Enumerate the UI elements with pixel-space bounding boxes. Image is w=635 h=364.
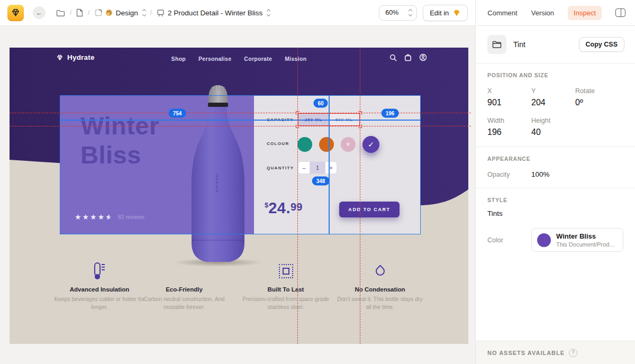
- inspector-panel: Tint Copy CSS POSITION AND SIZE X 901 Y …: [475, 26, 635, 364]
- y-value: 204: [531, 98, 575, 107]
- square-icon: [279, 264, 293, 278]
- section-title: STYLE: [487, 197, 623, 203]
- width-value: 196: [487, 128, 531, 137]
- nav-link-shop[interactable]: Shop: [171, 56, 186, 62]
- folder-icon[interactable]: [56, 10, 65, 16]
- zoom-value: 60%: [385, 9, 398, 16]
- document-toolbar: ← / /: [0, 0, 475, 26]
- guide-line-vertical[interactable]: [360, 48, 360, 344]
- feature-title: Built To Last: [235, 286, 336, 293]
- nav-link-personalise[interactable]: Personalise: [198, 56, 231, 62]
- breadcrumb: / / Design /: [56, 8, 270, 17]
- site-nav-icons: [389, 53, 427, 61]
- guide-line-vertical[interactable]: [297, 48, 298, 344]
- measurement-badge-gap: 60: [313, 99, 328, 108]
- search-icon[interactable]: [389, 54, 397, 61]
- x-label: X: [487, 87, 531, 95]
- panel-tabs: Comment Version Inspect: [475, 0, 635, 26]
- y-label: Y: [531, 87, 575, 95]
- style-section: STYLE Tints Color Winter Bliss This Docu…: [476, 188, 635, 261]
- breadcrumb-separator: /: [150, 9, 152, 16]
- color-label: Color: [487, 236, 531, 244]
- sketch-diamond-icon: [452, 10, 461, 16]
- cart-bag-icon[interactable]: [404, 53, 412, 61]
- copy-css-button[interactable]: Copy CSS: [579, 37, 624, 52]
- thermometer-icon: [93, 262, 106, 279]
- canvas[interactable]: Hydrate Shop Personalise Corporate Missi…: [0, 26, 475, 364]
- zoom-stepper-icon[interactable]: [409, 10, 412, 16]
- guide-line-horizontal[interactable]: [10, 113, 471, 113]
- tab-inspect[interactable]: Inspect: [568, 6, 602, 20]
- opacity-value: 100%: [531, 170, 623, 178]
- feature-eco-friendly: Eco-Friendly Carbon neutral construction…: [134, 260, 234, 311]
- feature-no-condensation: No Condensation Don't sweat it. This bot…: [330, 260, 430, 311]
- layer-name: Tint: [513, 40, 525, 49]
- chevron-updown-icon[interactable]: [267, 10, 270, 16]
- selected-layer-row: Tint Copy CSS: [476, 26, 635, 63]
- feature-title: No Condensation: [330, 286, 430, 293]
- height-label: Height: [531, 117, 575, 124]
- section-title: APPEARANCE: [487, 156, 623, 162]
- breadcrumb-page-label: Design: [116, 9, 138, 17]
- zoom-control[interactable]: 60%: [379, 5, 417, 21]
- toggle-sidebar-icon[interactable]: [615, 8, 625, 17]
- tab-version[interactable]: Version: [531, 9, 554, 17]
- selection-rectangle: [60, 95, 421, 234]
- feature-desc: Don't sweat it. This bottle stays dry al…: [334, 295, 425, 311]
- folder-icon: [492, 41, 502, 48]
- sketch-logo[interactable]: [7, 5, 24, 21]
- measured-element-outline: [298, 113, 360, 126]
- color-swatch: [537, 233, 551, 247]
- nav-link-mission[interactable]: Mission: [285, 56, 306, 62]
- artboard-icon: [157, 9, 165, 17]
- droplet-icon: [374, 265, 386, 277]
- document-icon[interactable]: [76, 8, 83, 17]
- chevron-updown-icon[interactable]: [143, 10, 146, 16]
- position-size-section: POSITION AND SIZE X 901 Y 204 Rotate 0º …: [476, 63, 635, 147]
- rotate-label: Rotate: [575, 87, 623, 95]
- feature-desc: Precision-crafted from space grade stain…: [240, 295, 331, 311]
- top-toolbar: ← / /: [0, 0, 635, 26]
- palette-icon: [105, 9, 113, 16]
- opacity-label: Opacity: [487, 171, 531, 178]
- breadcrumb-artboard[interactable]: 2 Product Detail - Winter Bliss: [157, 9, 270, 17]
- measurement-badge-element-width: 196: [382, 109, 399, 118]
- feature-built-to-last: Built To Last Precision-crafted from spa…: [235, 260, 336, 311]
- diamond-icon: [11, 8, 21, 17]
- feature-desc: Carbon neutral construction. And reusabl…: [139, 295, 230, 311]
- color-name: Winter Bliss: [556, 232, 615, 240]
- breadcrumb-separator: /: [70, 9, 71, 16]
- appearance-section: APPEARANCE Opacity 100%: [476, 147, 635, 188]
- feature-desc: Keeps beverages colder or hotter for lon…: [54, 295, 145, 311]
- color-variable-card[interactable]: Winter Bliss This Document/Prod…: [531, 228, 623, 252]
- help-icon[interactable]: ?: [569, 349, 577, 357]
- height-value: 40: [531, 128, 575, 137]
- back-button[interactable]: ←: [33, 6, 46, 19]
- color-source: This Document/Prod…: [556, 241, 615, 248]
- edit-in-label: Edit in: [430, 9, 449, 17]
- account-icon[interactable]: [419, 53, 427, 61]
- edit-in-sketch-button[interactable]: Edit in: [423, 5, 468, 21]
- x-value: 901: [487, 98, 531, 107]
- main-area: Hydrate Shop Personalise Corporate Missi…: [0, 26, 635, 364]
- measurement-line-horizontal: [60, 120, 421, 121]
- breadcrumb-page[interactable]: Design: [95, 9, 146, 17]
- breadcrumb-artboard-label: 2 Product Detail - Winter Bliss: [168, 9, 262, 17]
- page-thumbnail-icon: [95, 9, 102, 16]
- nav-link-corporate[interactable]: Corporate: [244, 56, 272, 62]
- section-title: POSITION AND SIZE: [487, 72, 623, 78]
- no-assets-label: NO ASSETS AVAILABLE: [487, 350, 565, 356]
- assets-footer: NO ASSETS AVAILABLE ?: [476, 341, 635, 364]
- feature-title: Eco-Friendly: [134, 286, 234, 293]
- back-icon: ←: [36, 9, 43, 17]
- style-name: Tints: [487, 210, 623, 217]
- rotate-value: 0º: [575, 98, 623, 107]
- guide-line-horizontal[interactable]: [10, 126, 471, 126]
- width-label: Width: [487, 117, 531, 124]
- breadcrumb-separator: /: [88, 9, 89, 16]
- measurement-badge-width: 754: [169, 109, 186, 118]
- tab-comment[interactable]: Comment: [487, 9, 517, 17]
- layer-thumbnail: [487, 35, 506, 54]
- measurement-badge-offset: 348: [312, 177, 330, 186]
